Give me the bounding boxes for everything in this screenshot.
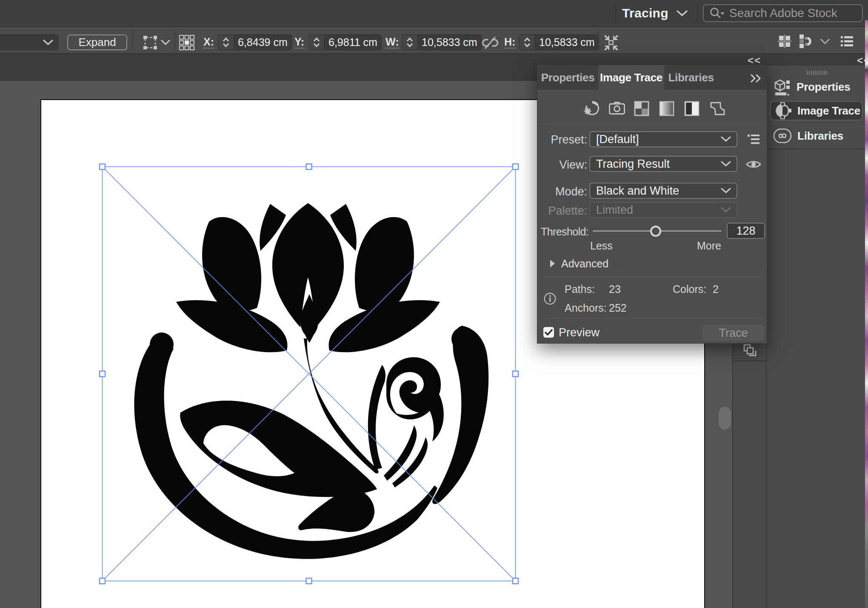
view-dropdown[interactable]: Tracing Result [589, 156, 737, 172]
trace-preset-icon-row [537, 90, 768, 124]
transform-bounding-box-icon[interactable] [142, 34, 158, 51]
stepper-down-icon [223, 43, 229, 47]
y-field-label[interactable]: Y: [294, 36, 304, 49]
panel-divider [542, 318, 762, 318]
advanced-label[interactable]: Advanced [561, 258, 608, 270]
dock-item-label: Image Trace [797, 104, 860, 118]
dock-divider [767, 149, 865, 149]
h-field-label[interactable]: H: [504, 36, 515, 49]
trace-button[interactable]: Trace [702, 325, 764, 341]
stepper-up-icon [524, 37, 531, 42]
app-bar-separator [697, 4, 698, 22]
threshold-label: Threshold: [541, 226, 588, 238]
y-stepper[interactable] [309, 35, 325, 50]
control-bar-separator [598, 32, 599, 49]
preset-dropdown[interactable]: [Default] [589, 131, 737, 147]
mode-row-label: Mode: [537, 185, 587, 198]
x-value-input[interactable]: 6,8439 cm [234, 35, 291, 50]
w-stepper[interactable] [402, 35, 418, 50]
x-stepper[interactable] [218, 35, 234, 50]
tab-libraries[interactable]: Libraries [664, 65, 718, 90]
panel-divider [542, 277, 762, 277]
preview-checkbox[interactable] [543, 327, 554, 338]
arrange-documents-icon[interactable] [778, 34, 791, 48]
unlink-dimensions-icon[interactable] [481, 35, 500, 50]
panel-overflow-icon[interactable] [750, 74, 763, 83]
mode-dropdown-value: Black and White [596, 184, 679, 198]
view-dropdown-value: Tracing Result [596, 158, 670, 171]
search-adobe-stock-input[interactable]: Search Adobe Stock [703, 4, 863, 22]
dock-item-image-trace[interactable]: Image Trace [770, 101, 863, 120]
control-bar: Expand X: 6,8439 cm [0, 28, 868, 54]
w-field: 10,5833 cm [402, 34, 482, 50]
info-icon [544, 293, 556, 305]
dock-item-libraries[interactable]: Libraries [770, 125, 863, 146]
chevron-down-icon[interactable] [820, 38, 830, 45]
eye-icon[interactable] [746, 159, 761, 169]
tab-image-trace[interactable]: Image Trace [598, 65, 664, 90]
advanced-divider [618, 263, 763, 264]
view-row-label: View: [537, 158, 587, 172]
colors-value: 2 [713, 283, 719, 295]
stepper-down-icon [406, 43, 413, 47]
tab-label: Image Trace [600, 71, 662, 84]
expand-button[interactable]: Expand [67, 34, 127, 50]
x-field-label[interactable]: X: [203, 36, 214, 49]
artboards-icon[interactable] [742, 343, 759, 358]
dock-item-label: Libraries [797, 129, 843, 143]
collapse-dock-icon[interactable]: << [748, 55, 761, 66]
preset-auto-color-icon[interactable] [583, 100, 600, 117]
workspace-switcher[interactable]: Tracing [622, 0, 688, 26]
threshold-value-input[interactable]: 128 [727, 223, 765, 239]
dock-header: << << [732, 54, 868, 66]
palette-dropdown-value: Limited [596, 204, 633, 217]
chevron-down-icon [676, 9, 688, 17]
fit-artboard-icon[interactable] [603, 35, 619, 50]
paths-label: Paths: [565, 283, 595, 295]
dock-grip[interactable] [807, 71, 827, 75]
dock-item-properties[interactable]: Properties [770, 76, 863, 98]
preset-menu-icon[interactable] [748, 134, 760, 144]
h-stepper[interactable] [520, 35, 535, 50]
tab-label: Libraries [668, 71, 714, 84]
palette-dropdown: Limited [589, 202, 737, 218]
control-bar-separator [174, 32, 175, 49]
y-field: 6,9811 cm [308, 34, 382, 50]
stepper-up-icon [223, 37, 229, 42]
workspace-name: Tracing [622, 6, 668, 20]
chevron-down-icon [720, 161, 731, 167]
image-trace-panel: Properties Image Trace Libraries [537, 65, 767, 344]
w-field-label[interactable]: W: [385, 36, 399, 49]
chevron-down-icon [720, 187, 731, 194]
preset-low-color-icon[interactable] [634, 101, 649, 116]
snapping-options-icon[interactable] [799, 34, 816, 49]
preset-high-color-icon[interactable] [609, 102, 625, 115]
tab-properties[interactable]: Properties [537, 65, 598, 90]
tab-label: Properties [541, 71, 595, 84]
background-window-sliver [865, 0, 868, 608]
anchors-value: 252 [609, 302, 627, 314]
preview-label: Preview [559, 326, 600, 339]
stepper-up-icon [313, 37, 320, 42]
control-menu-icon[interactable] [840, 35, 853, 48]
app-bar-separator [615, 4, 616, 22]
reference-point-locator-icon[interactable] [179, 34, 195, 51]
anchors-label: Anchors: [565, 302, 607, 314]
vertical-scrollbar-thumb[interactable] [719, 407, 731, 430]
h-value-input[interactable]: 10,5833 cm [535, 35, 599, 50]
threshold-less-label: Less [590, 240, 613, 252]
tracing-preset-dropdown[interactable] [0, 34, 58, 50]
mode-dropdown[interactable]: Black and White [589, 183, 737, 199]
advanced-expander-icon[interactable] [549, 259, 555, 268]
y-value-input[interactable]: 6,9811 cm [325, 35, 381, 50]
preset-grayscale-icon[interactable] [659, 101, 674, 116]
preset-black-and-white-icon[interactable] [684, 101, 700, 116]
panel-tab-bar: Properties Image Trace Libraries [537, 65, 767, 90]
dock-divider [733, 360, 766, 361]
w-value-input[interactable]: 10,5833 cm [418, 35, 481, 50]
creative-cloud-icon [774, 129, 791, 143]
stepper-up-icon [406, 37, 413, 42]
chevron-down-icon[interactable] [161, 40, 170, 46]
preset-outline-icon[interactable] [709, 101, 725, 116]
threshold-slider-handle[interactable] [650, 226, 661, 237]
